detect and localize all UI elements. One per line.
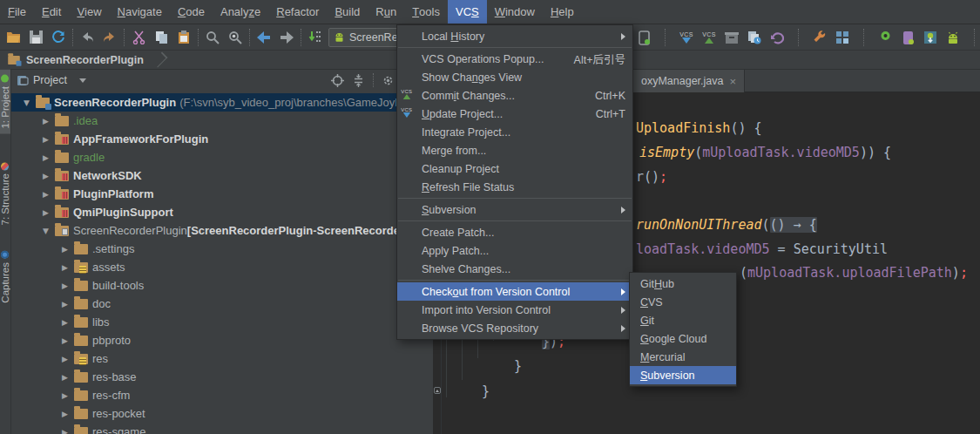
menu-navigate[interactable]: Navigate <box>110 0 170 24</box>
menu-item-cleanup-project[interactable]: Cleanup Project <box>397 159 632 178</box>
expand-arrow-icon[interactable]: ▶ <box>62 336 74 345</box>
collapse-arrow-icon[interactable]: ▼ <box>43 227 55 235</box>
tree-row-networksdk[interactable]: ▶ NetworkSDK <box>11 166 433 185</box>
attach-debugger-icon[interactable] <box>636 30 652 45</box>
vcs-commit-icon[interactable]: VCS <box>701 30 717 45</box>
expand-arrow-icon[interactable]: ▶ <box>62 410 74 418</box>
avd-manager-icon[interactable] <box>877 30 893 45</box>
submenu-item-git[interactable]: Git <box>630 311 736 329</box>
expand-arrow-icon[interactable]: ▶ <box>43 190 55 199</box>
menu-build[interactable]: Build <box>327 0 368 24</box>
chevron-down-icon[interactable] <box>79 78 86 83</box>
tree-row-res-pocket[interactable]: ▶ res-pocket <box>11 404 433 423</box>
nav-forward-icon[interactable] <box>279 30 294 45</box>
expand-arrow-icon[interactable]: ▶ <box>43 117 55 125</box>
menu-code[interactable]: Code <box>170 0 213 24</box>
find-icon[interactable] <box>205 30 220 45</box>
compare-sync-icon[interactable] <box>308 30 323 45</box>
expand-arrow-icon[interactable]: ▶ <box>62 281 74 290</box>
stripe-tab-captures[interactable]: Captures <box>0 246 10 309</box>
menu-tools[interactable]: Tools <box>404 0 448 24</box>
device-monitor-icon[interactable] <box>900 30 916 45</box>
menu-item-local-history[interactable]: Local History <box>397 27 632 45</box>
menu-item-merge-from[interactable]: Merge from... <box>397 141 632 159</box>
menu-item-subversion[interactable]: Subversion <box>397 200 632 219</box>
menu-window[interactable]: Window <box>487 0 543 24</box>
menu-run[interactable]: Run <box>368 0 404 24</box>
menu-item-browse-vcs-repository[interactable]: Browse VCS Repository <box>397 319 632 337</box>
archive-icon[interactable] <box>724 30 740 45</box>
collapse-all-icon[interactable] <box>352 74 365 87</box>
menu-edit[interactable]: Edit <box>34 0 69 24</box>
menu-item-refresh-file-status[interactable]: Refresh File Status <box>397 178 632 196</box>
redo-arrow-icon[interactable] <box>102 30 118 45</box>
expand-arrow-icon[interactable]: ▶ <box>43 208 55 217</box>
cut-icon[interactable] <box>131 30 146 45</box>
close-icon[interactable]: × <box>730 75 737 88</box>
copy-icon[interactable] <box>153 30 169 45</box>
menu-item-shelve-changes[interactable]: Shelve Changes... <box>397 260 632 278</box>
locate-file-icon[interactable] <box>331 74 344 87</box>
expand-arrow-icon[interactable]: ▶ <box>62 428 74 434</box>
expand-arrow-icon[interactable]: ▶ <box>43 153 55 162</box>
tree-row-res-cfm[interactable]: ▶ res-cfm <box>11 386 433 404</box>
gear-icon[interactable] <box>382 74 395 87</box>
tree-row-res-base[interactable]: ▶ res-base <box>11 368 433 386</box>
stripe-tab-project[interactable]: 1: Project <box>0 70 10 134</box>
menu-analyze[interactable]: Analyze <box>213 0 268 24</box>
expand-arrow-icon[interactable]: ▶ <box>43 172 55 180</box>
menu-item-update-project[interactable]: VCS Update Project...Ctrl+T <box>397 105 632 123</box>
menu-item-show-changes-view[interactable]: Show Changes View <box>397 68 632 86</box>
tree-row-qmipluginsupport[interactable]: ▶ QmiPluginSupport <box>11 203 433 221</box>
tree-row-res[interactable]: ▶ res <box>11 349 433 368</box>
menu-item-commit-changes[interactable]: VCS Commit Changes...Ctrl+K <box>397 86 632 105</box>
tree-row-libs[interactable]: ▶ libs <box>11 313 433 331</box>
menu-item-apply-patch[interactable]: Apply Patch... <box>397 241 632 260</box>
tree-row-project-root[interactable]: ▼ ScreenRecorderPlugin (F:\svn\syb_video… <box>11 93 433 112</box>
tree-row-idea[interactable]: ▶ .idea <box>11 112 433 130</box>
expand-arrow-icon[interactable]: ▶ <box>43 135 55 144</box>
submenu-item-github[interactable]: GitHub <box>630 275 736 293</box>
menu-refactor[interactable]: Refactor <box>268 0 327 24</box>
menu-item-vcs-operations-popup[interactable]: VCS Operations Popup...Alt+后引号 <box>397 50 632 68</box>
menu-view[interactable]: View <box>69 0 109 24</box>
menu-item-integrate-project[interactable]: Integrate Project... <box>397 123 632 141</box>
sync-icon[interactable] <box>51 30 66 45</box>
replace-icon[interactable] <box>227 30 243 45</box>
settings-wrench-icon[interactable] <box>812 30 828 45</box>
undo-arrow-icon[interactable] <box>79 30 95 45</box>
project-view-selector[interactable]: Project <box>33 74 67 86</box>
collapse-arrow-icon[interactable]: ▼ <box>24 98 36 107</box>
expand-arrow-icon[interactable]: ▶ <box>62 355 74 363</box>
tree-row-gradle[interactable]: ▶ gradle <box>11 148 433 166</box>
submenu-item-cvs[interactable]: CVS <box>630 293 736 311</box>
tree-row-settings[interactable]: ▶ .settings <box>11 240 433 258</box>
expand-arrow-icon[interactable]: ▶ <box>62 391 74 400</box>
rollback-icon[interactable] <box>769 30 785 45</box>
submenu-item-mercurial[interactable]: Mercurial <box>630 348 736 366</box>
tree-row-build-tools[interactable]: ▶ build-tools <box>11 276 433 295</box>
vcs-update-icon[interactable]: VCS <box>679 30 694 45</box>
paste-icon[interactable] <box>176 30 192 45</box>
menu-item-checkout-from-version-control[interactable]: Checkout from Version Control <box>397 282 632 301</box>
show-history-icon[interactable] <box>747 30 762 45</box>
sdk-manager-icon[interactable] <box>923 30 938 45</box>
submenu-item-google-cloud[interactable]: Google Cloud <box>630 329 736 348</box>
menu-item-import-into-version-control[interactable]: Import into Version Control <box>397 301 632 319</box>
tree-row-pluginplatform[interactable]: ▶ PluginPlatform <box>11 185 433 203</box>
menu-vcs[interactable]: VCS <box>448 0 487 24</box>
tree-row-res-sgame[interactable]: ▶ res-sgame <box>11 423 433 434</box>
tree-row-assets[interactable]: ▶ assets <box>11 258 433 276</box>
submenu-item-subversion[interactable]: Subversion <box>630 366 736 384</box>
nav-back-icon[interactable] <box>256 30 272 45</box>
save-icon[interactable] <box>28 30 44 45</box>
android-icon[interactable] <box>945 30 961 45</box>
project-structure-icon[interactable] <box>835 30 850 45</box>
fold-marker-icon[interactable] <box>434 387 441 394</box>
tree-row-screenrecorderplugin-module[interactable]: ▼ ScreenRecorderPlugin [ScreenRecorderPl… <box>11 221 433 240</box>
expand-arrow-icon[interactable]: ▶ <box>62 263 74 272</box>
tree-row-appframeworkforplugin[interactable]: ▶ AppFrameworkForPlugin <box>11 130 433 148</box>
tree-row-doc[interactable]: ▶ doc <box>11 295 433 313</box>
editor-tab[interactable]: oxyManager.java × <box>633 70 745 92</box>
menu-item-create-patch[interactable]: Create Patch... <box>397 223 632 241</box>
